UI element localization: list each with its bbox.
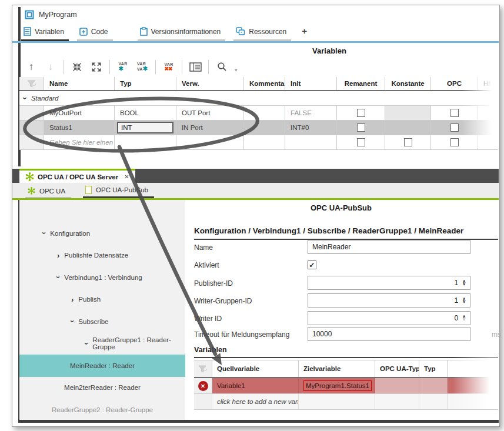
- cell-hmi[interactable]: [478, 121, 498, 135]
- cell-verw[interactable]: OUT Port: [176, 106, 244, 120]
- cell-opc[interactable]: [431, 106, 478, 120]
- row-header[interactable]: [19, 135, 44, 149]
- tree-item-meinreader-selected[interactable]: MeinReader : Reader: [19, 355, 185, 377]
- collapse-all-button[interactable]: [71, 59, 84, 75]
- table-row-myoutport[interactable]: MyOutPort BOOL OUT Port FALSE: [19, 106, 498, 121]
- typ-editor-focused[interactable]: INT: [117, 122, 173, 133]
- add-variable-hint[interactable]: click here to add a new variable: [212, 394, 299, 409]
- table-row-new-variable[interactable]: Geben Sie hier einen Va...: [19, 135, 498, 150]
- writer-gruppen-id-stepper[interactable]: ∧ ∨: [462, 298, 466, 303]
- tree-item-verbindung1[interactable]: › Verbindung1 : Verbindung: [19, 266, 185, 289]
- cell-verw[interactable]: [176, 135, 244, 149]
- subtab-opcua[interactable]: OPC UA: [25, 187, 71, 198]
- tab-opcua-server[interactable]: OPC UA / OPC UA Server ✕: [19, 169, 135, 183]
- name-input[interactable]: MeinReader: [308, 240, 470, 254]
- timeout-input[interactable]: 10000: [308, 327, 470, 341]
- remanent-checkbox[interactable]: [357, 109, 365, 117]
- move-up-button[interactable]: ↑: [25, 59, 38, 75]
- konstante-checkbox[interactable]: [404, 138, 412, 146]
- opc-checkbox[interactable]: [450, 123, 459, 132]
- chevron-down-icon[interactable]: ›: [55, 276, 62, 279]
- cell-kommentar[interactable]: [244, 121, 285, 135]
- stepper-down-icon[interactable]: ∨: [462, 318, 466, 321]
- stepper-down-icon[interactable]: ∨: [462, 283, 466, 286]
- cell-init[interactable]: INT#0: [285, 121, 337, 135]
- chevron-right-icon[interactable]: ›: [57, 252, 59, 259]
- cell-kommentar[interactable]: [244, 106, 285, 120]
- cell-kommentar[interactable]: [244, 135, 285, 149]
- filter-column-header[interactable]: [19, 77, 44, 90]
- subtab-opcua-pubsub[interactable]: OPC UA-PubSub: [83, 186, 154, 198]
- writer-gruppen-id-input[interactable]: 1 ∧ ∨: [308, 293, 470, 308]
- opc-checkbox[interactable]: [450, 109, 459, 117]
- cell-hmi[interactable]: [478, 135, 498, 149]
- tree-item-subscribe[interactable]: › Subscribe: [19, 310, 185, 333]
- move-down-button[interactable]: ↓: [44, 59, 57, 75]
- add-tab-button[interactable]: +: [299, 26, 309, 41]
- publisher-id-stepper[interactable]: ∧ ∨: [462, 280, 466, 286]
- cell-typ[interactable]: [419, 394, 448, 409]
- tree-item-readergruppe2[interactable]: ReaderGruppe2 : Reader-Gruppe: [19, 399, 185, 421]
- remanent-checkbox[interactable]: [357, 138, 365, 146]
- cell-typ[interactable]: [115, 135, 176, 149]
- search-button[interactable]: [215, 59, 228, 75]
- tree-item-konfiguration[interactable]: › Konfiguration: [19, 222, 185, 245]
- stepper-down-icon[interactable]: ∨: [462, 300, 466, 303]
- tree-item-readergruppe1[interactable]: › ReaderGruppe1 : Reader-Gruppe: [19, 333, 185, 355]
- chevron-right-icon[interactable]: ›: [71, 296, 74, 303]
- cell-opcua-typ[interactable]: [375, 394, 419, 409]
- chevron-down-icon[interactable]: ›: [69, 320, 76, 323]
- new-variable-placeholder[interactable]: Geben Sie hier einen Va...: [44, 135, 115, 149]
- chevron-down-icon[interactable]: ›: [41, 232, 48, 235]
- cell-remanent[interactable]: [337, 106, 385, 120]
- close-icon[interactable]: ✕: [124, 173, 129, 180]
- cell-konstante[interactable]: [385, 135, 431, 149]
- search-caret-icon[interactable]: ▾: [235, 67, 238, 73]
- row-header[interactable]: [19, 106, 44, 120]
- publisher-id-value: 1: [454, 279, 458, 287]
- cell-zielvariable[interactable]: MyProgram1.Status1: [299, 378, 375, 393]
- writer-id-stepper[interactable]: ∧ ∨: [462, 316, 466, 321]
- cell-zielvariable[interactable]: [299, 394, 375, 409]
- cell-init[interactable]: [285, 135, 337, 149]
- mapping-row-variable1-error[interactable]: ✕ Variable1 MyProgram1.Status1: [194, 378, 498, 394]
- cell-remanent[interactable]: [337, 121, 385, 135]
- tab-variablen[interactable]: Variablen: [21, 26, 69, 41]
- tab-versionsinformationen[interactable]: Versionsinformationen: [138, 26, 226, 41]
- publisher-id-input[interactable]: 1 ∧ ∨: [308, 276, 470, 290]
- mapping-row-add-new[interactable]: click here to add a new variable: [194, 394, 498, 410]
- tree-item-publish[interactable]: › Publish: [19, 289, 185, 311]
- duplicate-variable-button[interactable]: VAR VA ✱: [136, 59, 149, 75]
- cell-name[interactable]: MyOutPort: [44, 106, 115, 120]
- delete-variable-button[interactable]: VAR ✖✖: [162, 59, 175, 75]
- cell-name[interactable]: Status1: [44, 121, 115, 135]
- cell-typ[interactable]: INT: [115, 121, 176, 135]
- cell-init[interactable]: FALSE: [285, 106, 337, 120]
- cell-verw[interactable]: IN Port: [176, 121, 244, 135]
- aktiviert-checkbox[interactable]: ✓: [308, 260, 316, 269]
- properties-form-button[interactable]: [189, 59, 202, 75]
- cell-hmi[interactable]: [478, 106, 498, 120]
- cell-opc[interactable]: [431, 121, 478, 135]
- cell-typ[interactable]: BOOL: [115, 106, 176, 120]
- tree-item-mein2terreader[interactable]: Mein2terReader : Reader: [19, 377, 185, 399]
- cell-typ[interactable]: [419, 378, 448, 393]
- expand-all-button[interactable]: [90, 59, 103, 75]
- table-row-status1-selected[interactable]: Status1 INT IN Port INT#0: [19, 121, 498, 135]
- add-variable-button[interactable]: VAR ✱: [116, 59, 129, 75]
- cell-quellvariable[interactable]: Variable1: [212, 378, 299, 393]
- cell-remanent[interactable]: [337, 135, 385, 149]
- opc-checkbox[interactable]: [450, 138, 459, 146]
- filter-column-header[interactable]: [194, 360, 212, 377]
- tab-code[interactable]: Code: [77, 26, 113, 41]
- cell-opcua-typ[interactable]: [375, 378, 419, 393]
- tab-ressourcen[interactable]: * Ressourcen: [233, 26, 291, 41]
- group-row-standard[interactable]: › Standard: [19, 91, 498, 106]
- cell-opc[interactable]: [431, 135, 478, 149]
- remanent-checkbox[interactable]: [357, 123, 365, 132]
- tree-item-publishte-datensaetze[interactable]: › Publishte Datensätze: [19, 245, 185, 267]
- zielvariable-error-box[interactable]: MyProgram1.Status1: [303, 380, 372, 391]
- writer-id-input[interactable]: 0 ∧ ∨: [308, 311, 470, 325]
- row-header[interactable]: [19, 121, 44, 135]
- chevron-down-icon[interactable]: ›: [83, 342, 91, 345]
